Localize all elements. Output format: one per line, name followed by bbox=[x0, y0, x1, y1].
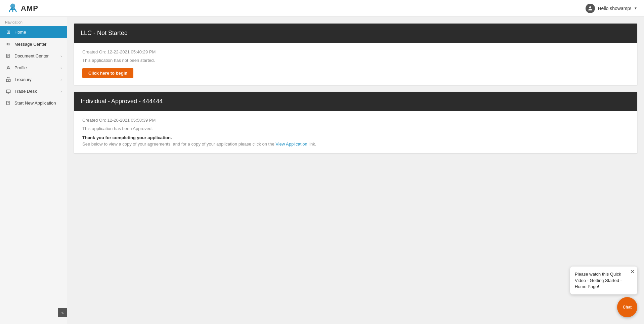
individual-application-card: Individual - Approved - 444444 Created O… bbox=[74, 92, 637, 153]
llc-card-header: LLC - Not Started bbox=[74, 24, 637, 43]
agreement-text-after: link. bbox=[307, 141, 316, 147]
llc-card-body: Created On: 12-22-2021 05:40:29 PM This … bbox=[74, 43, 637, 85]
logo: AMP bbox=[7, 2, 38, 14]
user-greeting: Hello showamp! bbox=[598, 6, 631, 11]
sidebar-item-home-label: Home bbox=[14, 30, 26, 35]
sidebar-item-document-center[interactable]: Document Center › bbox=[0, 50, 67, 62]
llc-begin-button[interactable]: Click here to begin bbox=[82, 68, 133, 78]
profile-chevron: › bbox=[60, 66, 62, 70]
sidebar-item-message-center-label: Message Center bbox=[14, 42, 46, 47]
sidebar-item-document-center-label: Document Center bbox=[14, 53, 49, 58]
svg-point-3 bbox=[589, 6, 591, 8]
individual-card-body: Created On: 12-20-2021 05:58:39 PM This … bbox=[74, 111, 637, 153]
chat-bubble-text: Please watch this Quick Video - Getting … bbox=[575, 272, 622, 289]
layout: Navigation ⊞ Home ✉ Message Center Docum… bbox=[0, 17, 644, 324]
sidebar: Navigation ⊞ Home ✉ Message Center Docum… bbox=[0, 17, 67, 324]
sidebar-item-treasury-label: Treasury bbox=[14, 77, 32, 82]
llc-card-title: LLC - Not Started bbox=[81, 30, 128, 36]
nav-label: Navigation bbox=[0, 17, 67, 26]
document-center-chevron: › bbox=[60, 54, 62, 58]
header: AMP Hello showamp! ▼ bbox=[0, 0, 644, 17]
sidebar-item-treasury[interactable]: Treasury › bbox=[0, 74, 67, 85]
chat-container: ✕ Please watch this Quick Video - Gettin… bbox=[570, 267, 637, 317]
sidebar-collapse-button[interactable]: « bbox=[58, 308, 67, 317]
individual-agreement-text: See below to view a copy of your agreeme… bbox=[82, 141, 629, 147]
user-dropdown-arrow: ▼ bbox=[634, 6, 637, 10]
user-section[interactable]: Hello showamp! ▼ bbox=[586, 4, 637, 13]
individual-card-title: Individual - Approved - 444444 bbox=[81, 98, 163, 105]
sidebar-item-profile-label: Profile bbox=[14, 65, 27, 70]
sidebar-item-trade-desk[interactable]: Trade Desk › bbox=[0, 85, 67, 97]
trade-desk-chevron: › bbox=[60, 89, 62, 93]
sidebar-item-trade-desk-label: Trade Desk bbox=[14, 89, 37, 94]
svg-point-5 bbox=[8, 66, 9, 68]
start-new-application-icon bbox=[5, 101, 12, 106]
chat-button[interactable]: Chat bbox=[617, 297, 637, 317]
sidebar-item-message-center[interactable]: ✉ Message Center bbox=[0, 38, 67, 50]
individual-created-date: Created On: 12-20-2021 05:58:39 PM bbox=[82, 118, 629, 123]
llc-application-card: LLC - Not Started Created On: 12-22-2021… bbox=[74, 24, 637, 85]
agreement-text-before: See below to view a copy of your agreeme… bbox=[82, 141, 275, 147]
svg-rect-8 bbox=[6, 90, 10, 92]
trade-desk-icon bbox=[5, 89, 12, 94]
logo-icon bbox=[7, 2, 19, 14]
treasury-icon bbox=[5, 77, 12, 82]
sidebar-item-start-new-application-label: Start New Application bbox=[14, 100, 56, 106]
document-center-icon bbox=[5, 54, 12, 58]
sidebar-item-profile[interactable]: Profile › bbox=[0, 62, 67, 74]
individual-approved-text: This application has been Approved. bbox=[82, 126, 629, 131]
profile-icon bbox=[5, 66, 12, 70]
view-application-link[interactable]: View Application bbox=[275, 141, 307, 147]
treasury-chevron: › bbox=[60, 78, 62, 82]
individual-card-header: Individual - Approved - 444444 bbox=[74, 92, 637, 111]
llc-status-text: This application has not been started. bbox=[82, 58, 629, 63]
home-icon: ⊞ bbox=[5, 29, 12, 35]
chat-bubble: ✕ Please watch this Quick Video - Gettin… bbox=[570, 267, 637, 294]
chat-close-button[interactable]: ✕ bbox=[630, 269, 635, 275]
message-center-icon: ✉ bbox=[5, 41, 12, 47]
main-content: LLC - Not Started Created On: 12-22-2021… bbox=[67, 17, 644, 324]
llc-created-date: Created On: 12-22-2021 05:40:29 PM bbox=[82, 49, 629, 54]
user-avatar-icon bbox=[586, 4, 595, 13]
logo-text: AMP bbox=[21, 4, 38, 13]
sidebar-item-home[interactable]: ⊞ Home bbox=[0, 26, 67, 38]
individual-thank-you-text: Thank you for completing your applicatio… bbox=[82, 135, 629, 140]
sidebar-item-start-new-application[interactable]: Start New Application bbox=[0, 97, 67, 109]
